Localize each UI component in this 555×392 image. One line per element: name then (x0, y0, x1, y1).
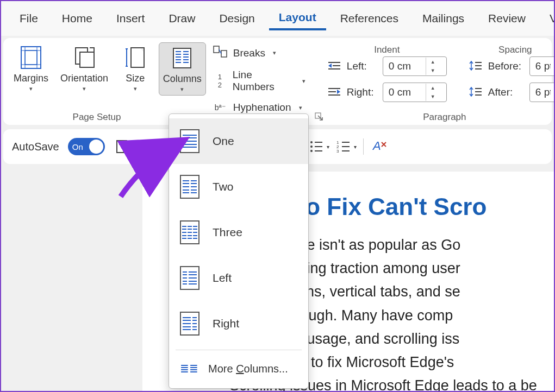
spacing-before-field[interactable] (530, 60, 555, 72)
more-columns-icon: ≣≣ (180, 362, 198, 375)
indent-right-input[interactable]: ▲▼ (383, 83, 447, 102)
size-button[interactable]: Size ▾ (116, 42, 154, 94)
svg-rect-1 (25, 50, 37, 65)
autosave-toggle[interactable]: On (68, 138, 105, 155)
margins-icon (18, 45, 44, 71)
two-column-icon (180, 175, 199, 199)
chevron-down-icon: ▾ (83, 85, 86, 92)
spacing-after-label: After: (488, 86, 525, 98)
columns-one-label: One (213, 135, 234, 148)
paragraph-group-label: Paragraph (423, 112, 466, 123)
indent-group-label: Indent (327, 45, 447, 55)
tab-insert[interactable]: Insert (107, 8, 155, 29)
indent-right-label: Right: (347, 86, 378, 98)
right-column-icon (180, 312, 199, 336)
size-icon (122, 45, 148, 71)
spin-up-icon[interactable]: ▲ (426, 84, 440, 92)
chevron-down-icon: ▾ (299, 104, 302, 111)
line-numbers-button[interactable]: 12 Line Numbers ▾ (210, 68, 308, 94)
spin-down-icon[interactable]: ▼ (426, 92, 440, 101)
columns-two-label: Two (213, 180, 234, 193)
ribbon-layout: Margins ▾ Orientation ▾ Size ▾ (3, 38, 552, 125)
columns-right-label: Right (213, 317, 239, 330)
chevron-down-icon: ▾ (29, 85, 33, 92)
svg-point-40 (310, 141, 313, 143)
hyphenation-icon: bª⁻ (213, 103, 228, 112)
tab-layout[interactable]: Layout (269, 7, 326, 30)
indent-left-label: Left: (347, 60, 378, 72)
autosave-state: On (72, 142, 83, 151)
menu-tabs: File Home Insert Draw Design Layout Refe… (1, 1, 554, 36)
svg-point-39 (123, 147, 130, 154)
columns-label: Columns (163, 73, 202, 85)
svg-point-41 (310, 146, 313, 148)
more-columns-button[interactable]: ≣≣ More Columns... (169, 353, 308, 384)
spacing-before-label: Before: (488, 60, 525, 72)
toggle-knob (89, 140, 103, 154)
page-setup-group-label: Page Setup (73, 112, 121, 123)
hyphenation-label: Hyphenation (233, 102, 291, 113)
orientation-button[interactable]: Orientation ▾ (57, 42, 112, 94)
chevron-down-icon: ▾ (180, 86, 184, 93)
tab-draw[interactable]: Draw (159, 8, 205, 29)
spacing-after-icon (469, 86, 484, 98)
spin-up-icon[interactable]: ▲ (426, 58, 440, 66)
one-column-icon (180, 129, 199, 153)
svg-text:3: 3 (336, 149, 339, 154)
chevron-down-icon: ▾ (273, 49, 276, 56)
columns-dropdown: One Two Three Left Right ≣≣ More Columns (169, 113, 309, 389)
spacing-before-icon (469, 60, 484, 72)
columns-option-two[interactable]: Two (169, 164, 308, 210)
left-column-icon (180, 266, 199, 290)
menu-separator (176, 350, 302, 350)
indent-left-field[interactable] (383, 60, 426, 72)
spacing-before-input[interactable] (529, 56, 555, 76)
chevron-down-icon: ▾ (302, 78, 305, 85)
spacing-after-field[interactable] (530, 86, 555, 98)
page-setup-dialog-launcher[interactable] (315, 112, 323, 123)
hyphenation-button[interactable]: bª⁻ Hyphenation ▾ (210, 100, 308, 115)
size-label: Size (126, 73, 145, 84)
indent-left-input[interactable]: ▲▼ (383, 56, 447, 76)
tab-design[interactable]: Design (209, 8, 264, 29)
spacing-after-input[interactable] (529, 83, 555, 102)
breaks-label: Breaks (233, 47, 265, 59)
columns-option-right[interactable]: Right (169, 301, 308, 346)
chevron-down-icon: ▾ (134, 85, 137, 92)
orientation-label: Orientation (60, 73, 108, 84)
svg-rect-8 (131, 48, 144, 67)
save-button[interactable] (114, 137, 132, 156)
columns-icon (169, 45, 195, 71)
tab-mailings[interactable]: Mailings (413, 8, 474, 29)
columns-option-one[interactable]: One (169, 118, 308, 164)
columns-three-label: Three (213, 226, 242, 239)
svg-rect-7 (80, 52, 94, 67)
indent-right-field[interactable] (383, 86, 426, 98)
breaks-icon (213, 46, 228, 60)
more-columns-label: More Columns... (208, 363, 288, 375)
bullets-button[interactable]: ▾ (309, 137, 330, 156)
undo-button[interactable] (141, 137, 159, 156)
svg-rect-38 (120, 141, 125, 144)
svg-rect-0 (21, 47, 41, 68)
columns-option-left[interactable]: Left (169, 255, 308, 301)
spin-down-icon[interactable]: ▼ (426, 66, 440, 75)
clear-formatting-button[interactable]: A (369, 137, 391, 156)
svg-text:A: A (372, 139, 381, 153)
orientation-icon (71, 45, 97, 71)
group-page-setup: Margins ▾ Orientation ▾ Size ▾ (10, 42, 308, 123)
tab-view[interactable]: View (540, 8, 555, 29)
tab-file[interactable]: File (10, 8, 48, 29)
svg-point-42 (310, 150, 313, 152)
columns-button[interactable]: Columns ▾ (159, 42, 206, 96)
columns-option-three[interactable]: Three (169, 210, 308, 255)
autosave-label: AutoSave (12, 141, 59, 153)
line-numbers-label: Line Numbers (233, 69, 295, 93)
breaks-button[interactable]: Breaks ▾ (210, 45, 308, 61)
margins-button[interactable]: Margins ▾ (10, 42, 52, 94)
tab-home[interactable]: Home (52, 8, 102, 29)
tab-references[interactable]: References (330, 8, 408, 29)
three-column-icon (180, 220, 199, 244)
numbering-button[interactable]: 123 ▾ (336, 137, 358, 156)
tab-review[interactable]: Review (478, 8, 535, 29)
